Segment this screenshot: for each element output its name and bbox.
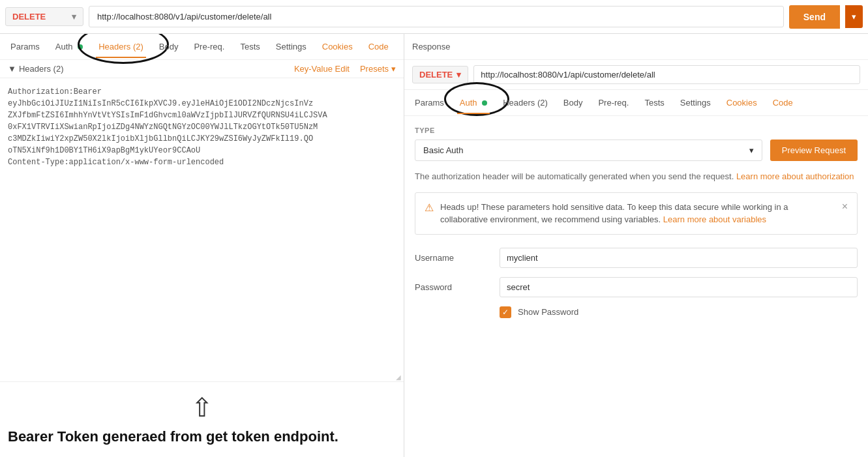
warning-text-content: Heads up! These parameters hold sensitiv…: [440, 201, 835, 226]
right-content: TYPE Basic Auth ▾ Preview Request The au…: [404, 116, 868, 457]
presets-button[interactable]: Presets ▾: [360, 64, 396, 74]
resize-handle[interactable]: ◢: [396, 374, 404, 381]
right-tab-cookies[interactable]: Cookies: [724, 91, 760, 114]
type-row: Basic Auth ▾ Preview Request: [415, 140, 858, 161]
auth-info-text: The authorization header will be automat…: [415, 170, 858, 183]
preview-request-button[interactable]: Preview Request: [770, 140, 858, 161]
send-dropdown-button[interactable]: ▾: [845, 5, 863, 28]
right-tab-auth[interactable]: Auth: [457, 91, 490, 114]
send-button[interactable]: Send: [789, 5, 840, 29]
tab-params[interactable]: Params: [8, 35, 42, 58]
warning-icon: ⚠: [425, 201, 434, 214]
type-chevron-icon: ▾: [749, 145, 754, 155]
response-label: Response: [412, 42, 451, 52]
sub-header-bar: ▼ Headers (2) Key-Value Edit Presets ▾: [0, 60, 404, 78]
right-method-chevron-icon: ▾: [456, 70, 461, 80]
password-input[interactable]: [500, 277, 858, 297]
method-label: DELETE: [12, 12, 46, 22]
left-panel: Params Auth Headers (2) Body Pre-req. Te…: [0, 34, 404, 457]
show-password-checkbox[interactable]: ✓: [500, 306, 511, 318]
presets-chevron-icon: ▾: [391, 64, 396, 74]
right-panel: Response DELETE ▾ Params Auth Headers (2…: [404, 34, 868, 457]
right-auth-dot: [482, 100, 487, 106]
type-select[interactable]: Basic Auth ▾: [415, 140, 762, 161]
show-password-label: Show Password: [518, 307, 578, 317]
tab-settings[interactable]: Settings: [273, 35, 309, 58]
sub-header-label: ▼ Headers (2): [8, 64, 64, 74]
left-tabs-row: Params Auth Headers (2) Body Pre-req. Te…: [0, 34, 404, 60]
type-value: Basic Auth: [423, 145, 463, 155]
username-label: Username: [415, 253, 500, 263]
warning-box: ⚠ Heads up! These parameters hold sensit…: [415, 192, 858, 235]
annotation-area: ⇧ Bearer Token generaed from get token e…: [0, 381, 404, 457]
right-tab-headers[interactable]: Headers (2): [500, 91, 550, 114]
password-row: Password: [415, 277, 858, 297]
tab-prereq[interactable]: Pre-req.: [191, 35, 227, 58]
collapse-icon[interactable]: ▼: [8, 64, 16, 74]
password-label: Password: [415, 282, 500, 292]
type-section-label: TYPE: [415, 126, 858, 134]
warning-close-button[interactable]: ×: [842, 201, 848, 213]
code-area: Authorization:Bearer eyJhbGciOiJIUzI1NiI…: [0, 78, 404, 381]
right-tabs-row: Params Auth Headers (2) Body Pre-req. Te…: [404, 90, 868, 116]
method-chevron-icon: ▾: [72, 12, 76, 22]
key-value-edit-button[interactable]: Key-Value Edit: [294, 64, 350, 74]
right-tab-prereq[interactable]: Pre-req.: [595, 91, 631, 114]
learn-variables-link[interactable]: Learn more about variables: [663, 214, 766, 224]
tab-body[interactable]: Body: [157, 35, 181, 58]
right-tab-tests[interactable]: Tests: [642, 91, 666, 114]
tab-headers[interactable]: Headers (2): [96, 35, 146, 58]
response-bar: Response: [404, 34, 868, 60]
annotation-text: Bearer Token generaed from get token end…: [8, 428, 396, 447]
right-tab-params[interactable]: Params: [412, 91, 447, 114]
tab-auth[interactable]: Auth: [53, 35, 85, 58]
url-input[interactable]: [89, 6, 784, 27]
show-password-row: ✓ Show Password: [500, 306, 858, 318]
right-method-select[interactable]: DELETE ▾: [412, 66, 468, 83]
learn-more-link[interactable]: Learn more about authorization: [736, 171, 854, 181]
right-tab-settings[interactable]: Settings: [678, 91, 713, 114]
arrow-up-icon: ⇧: [8, 392, 396, 422]
username-row: Username: [415, 248, 858, 268]
tab-code[interactable]: Code: [366, 35, 391, 58]
right-method-label: DELETE: [419, 70, 453, 80]
right-url-input[interactable]: [473, 65, 860, 84]
main-layout: Params Auth Headers (2) Body Pre-req. Te…: [0, 34, 868, 457]
code-text[interactable]: Authorization:Bearer eyJhbGciOiJIUzI1NiI…: [8, 86, 396, 168]
tab-tests[interactable]: Tests: [237, 35, 262, 58]
right-tab-code[interactable]: Code: [770, 91, 796, 114]
top-bar: DELETE ▾ Send ▾: [0, 0, 868, 34]
method-select[interactable]: DELETE ▾: [5, 7, 83, 26]
right-inner-top: DELETE ▾: [404, 60, 868, 90]
username-input[interactable]: [500, 248, 858, 268]
auth-dot: [78, 44, 83, 50]
right-tab-body[interactable]: Body: [561, 91, 586, 114]
authorization-link[interactable]: authorization: [805, 171, 854, 181]
tab-cookies[interactable]: Cookies: [320, 35, 355, 58]
